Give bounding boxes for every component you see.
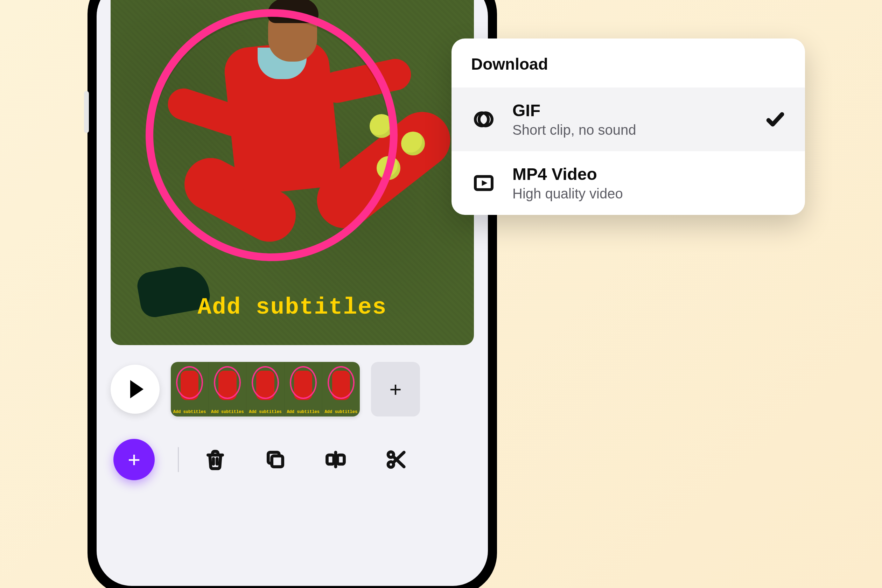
duplicate-button[interactable] bbox=[259, 443, 292, 476]
plus-icon: + bbox=[128, 449, 140, 470]
plus-icon: + bbox=[389, 377, 402, 402]
svg-rect-1 bbox=[327, 455, 333, 464]
download-option-title: GIF bbox=[512, 101, 749, 120]
cut-button[interactable] bbox=[379, 443, 412, 476]
svg-marker-11 bbox=[482, 180, 488, 186]
video-icon bbox=[471, 171, 496, 196]
split-button[interactable] bbox=[319, 443, 352, 476]
svg-rect-2 bbox=[338, 455, 344, 464]
checkmark-icon bbox=[765, 109, 785, 129]
split-icon bbox=[325, 449, 346, 470]
download-option-mp4[interactable]: MP4 Video High quality video bbox=[452, 151, 805, 215]
timeline-row: Add subtitles Add subtitles Add subtitle… bbox=[97, 358, 488, 421]
hula-hoop-icon bbox=[146, 9, 398, 261]
clip-strip[interactable]: Add subtitles Add subtitles Add subtitle… bbox=[171, 362, 360, 417]
subtitle-overlay[interactable]: Add subtitles bbox=[111, 294, 474, 321]
timeline-frame[interactable]: Add subtitles bbox=[208, 362, 246, 417]
timeline-frame[interactable]: Add subtitles bbox=[285, 362, 322, 417]
editor-toolbar: + bbox=[97, 421, 488, 480]
scissors-icon bbox=[385, 449, 407, 470]
download-option-gif[interactable]: GIF Short clip, no sound bbox=[452, 87, 805, 151]
editor-canvas[interactable]: Add subtitles bbox=[111, 0, 474, 345]
toolbar-divider bbox=[178, 447, 179, 472]
download-option-title: MP4 Video bbox=[512, 165, 785, 184]
delete-button[interactable] bbox=[198, 443, 232, 476]
tennis-ball-icon bbox=[401, 132, 425, 155]
add-clip-button[interactable]: + bbox=[371, 362, 420, 417]
play-button[interactable] bbox=[111, 365, 160, 414]
phone-screen: Add subtitles Add subtitles Add subtitle… bbox=[97, 0, 488, 586]
download-option-subtitle: Short clip, no sound bbox=[512, 122, 749, 138]
timeline-frame[interactable]: Add subtitles bbox=[171, 362, 208, 417]
add-button[interactable]: + bbox=[113, 439, 155, 480]
play-icon bbox=[130, 380, 144, 398]
phone-side-button bbox=[84, 91, 89, 133]
download-option-subtitle: High quality video bbox=[512, 186, 785, 202]
gif-icon bbox=[471, 107, 496, 132]
phone-frame: Add subtitles Add subtitles Add subtitle… bbox=[87, 0, 497, 588]
timeline-frame[interactable]: Add subtitles bbox=[322, 362, 360, 417]
copy-icon bbox=[265, 449, 286, 470]
download-title: Download bbox=[452, 39, 805, 87]
trash-icon bbox=[204, 449, 226, 470]
download-popover: Download GIF Short clip, no sound MP4 Vi… bbox=[452, 39, 805, 215]
svg-rect-0 bbox=[272, 456, 283, 467]
timeline-frame[interactable]: Add subtitles bbox=[246, 362, 284, 417]
